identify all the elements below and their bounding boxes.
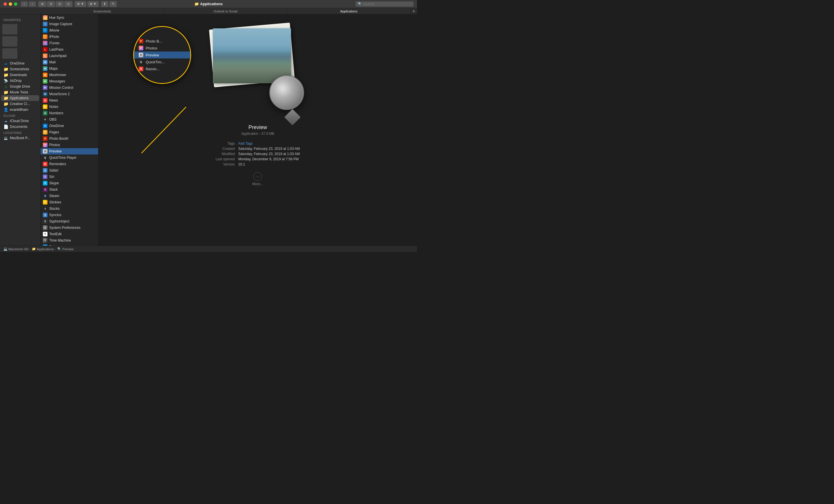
file-item[interactable]: OOneDrive <box>41 123 98 129</box>
file-icon: R <box>43 162 47 166</box>
preview-column: PPhoto B...PPhotosPPreviewQQuickTim...RR… <box>98 15 417 246</box>
column-view-button[interactable]: ⊟ <box>56 1 64 7</box>
file-item[interactable]: MMessages <box>41 78 98 85</box>
edit-button[interactable]: ✎ <box>109 1 117 7</box>
sidebar-item-macbook[interactable]: 💻 MacBook P... <box>1 135 39 141</box>
forward-button[interactable]: › <box>29 1 36 7</box>
tab-outlook-to-gmail[interactable]: Outlook to Gmail <box>164 8 287 14</box>
file-item[interactable]: IImage Capture <box>41 21 98 27</box>
file-item[interactable]: MMail <box>41 59 98 65</box>
zoom-popup-item[interactable]: RRemin... <box>134 65 190 72</box>
file-icon: S <box>43 200 47 205</box>
file-item[interactable]: QQuickTime Player <box>41 155 98 161</box>
file-item[interactable]: SSystem Preferences <box>41 225 98 231</box>
sidebar-item-onedrive[interactable]: ☁ OneDrive <box>1 61 39 66</box>
sidebar-item-evankillham[interactable]: 👤 evankillham <box>1 107 39 113</box>
file-item[interactable]: MMuseScore 2 <box>41 91 98 97</box>
path-item-macintosh-hd[interactable]: 💻 Macintosh HD <box>3 247 28 251</box>
file-item[interactable]: PPhoto Booth <box>41 135 98 142</box>
created-value: Saturday, February 23, 2019 at 1:03 AM <box>238 147 300 151</box>
view-options-button[interactable]: ⊞ ▼ <box>87 1 99 7</box>
sidebar-item-applications[interactable]: 📁 Applications <box>1 95 39 101</box>
file-item[interactable]: SSiri <box>41 174 98 180</box>
file-icon: M <box>43 92 47 96</box>
sidebar-item-documents[interactable]: 📄 Documents <box>1 124 39 130</box>
zoom-popup-item[interactable]: PPhoto B... <box>134 38 190 45</box>
airdrop-icon: 📡 <box>3 78 8 83</box>
file-name: iTunes <box>49 41 96 45</box>
file-item[interactable]: RReminders <box>41 161 98 167</box>
file-item[interactable]: LLastPass <box>41 46 98 53</box>
file-item[interactable]: SSkype <box>41 180 98 186</box>
file-name: Syncios <box>49 213 96 217</box>
back-button[interactable]: ‹ <box>21 1 28 7</box>
zoom-popup-content: PPhoto B...PPhotosPPreviewQQuickTim...RR… <box>134 27 190 83</box>
thumbnail-1 <box>2 24 17 35</box>
sidebar-item-icloud-drive[interactable]: ☁ iCloud Drive <box>1 118 39 124</box>
sidebar-item-googledrive[interactable]: △ Google Drive <box>1 84 39 89</box>
list-view-button[interactable]: ☰ <box>47 1 55 7</box>
file-item[interactable]: iiMovie <box>41 27 98 33</box>
tab-screenshots[interactable]: Screenshots <box>41 8 164 14</box>
file-icon: O <box>43 123 47 128</box>
file-item[interactable]: NNotes <box>41 104 98 110</box>
sidebar-item-airdrop[interactable]: 📡 AirDrop <box>1 78 39 84</box>
file-item[interactable]: NNews <box>41 97 98 104</box>
sidebar-item-screenshots[interactable]: 📁 Screenshots <box>1 66 39 72</box>
sidebar-label-creativecl: Creative Cl... <box>10 102 30 106</box>
icon-view-button[interactable]: ⊞ <box>38 1 46 7</box>
magnifier-inner <box>270 76 303 109</box>
file-icon: S <box>43 193 47 198</box>
tags-value[interactable]: Add Tags <box>238 141 300 145</box>
downloads-folder-icon: 📁 <box>3 73 8 77</box>
file-item[interactable]: MMaps <box>41 65 98 72</box>
file-item[interactable]: TTextEdit <box>41 231 98 237</box>
file-item[interactable]: LLaunchpad <box>41 53 98 59</box>
content-area: HHue SyncIImage CaptureiiMovieiiPhotoiiT… <box>41 15 417 246</box>
file-item[interactable]: iiPhoto <box>41 33 98 40</box>
maximize-button[interactable] <box>14 2 17 6</box>
sidebar-item-downloads[interactable]: 📁 Downloads <box>1 72 39 78</box>
tab-applications[interactable]: Applications <box>287 8 411 14</box>
file-item[interactable]: PPages <box>41 129 98 135</box>
file-item[interactable]: NNumbers <box>41 110 98 116</box>
file-item[interactable]: TTwitter <box>41 244 98 246</box>
hd-path-label: Macintosh HD <box>8 247 28 251</box>
zoom-popup-item[interactable]: PPhotos <box>134 45 190 51</box>
file-icon: S <box>43 206 47 211</box>
file-item[interactable]: SSyncios <box>41 212 98 218</box>
sidebar-item-creativecl[interactable]: 📁 Creative Cl... <box>1 101 39 107</box>
thumbnails-area <box>0 22 40 61</box>
add-tab-button[interactable]: + <box>411 8 417 14</box>
file-item[interactable]: SSafari <box>41 167 98 174</box>
file-item[interactable]: SSlack <box>41 186 98 193</box>
path-item-applications[interactable]: 📁 Applications <box>32 247 54 251</box>
search-bar[interactable]: 🔍 <box>356 1 414 7</box>
last-opened-value: Monday, December 9, 2019 at 7:58 PM <box>238 157 300 161</box>
file-item[interactable]: PPreview <box>41 148 98 155</box>
file-item[interactable]: SSyphonInject <box>41 218 98 225</box>
gallery-view-button[interactable]: ⊡ <box>64 1 72 7</box>
file-item[interactable]: MMission Control <box>41 85 98 91</box>
zoom-popup-item[interactable]: QQuickTim... <box>134 59 190 65</box>
share-button[interactable]: ⬆ <box>101 1 108 7</box>
more-button[interactable]: ··· More... <box>104 172 411 186</box>
file-item[interactable]: SStickies <box>41 199 98 205</box>
sidebar-label-documents: Documents <box>10 125 27 129</box>
file-item[interactable]: SSteam <box>41 193 98 199</box>
file-item[interactable]: OOBS <box>41 116 98 123</box>
action-menu-button[interactable]: ⚙ ▼ <box>75 1 86 7</box>
minimize-button[interactable] <box>9 2 12 6</box>
file-item[interactable]: TTime Machine <box>41 237 98 244</box>
tags-label: Tags <box>216 141 235 145</box>
path-item-preview[interactable]: 🔍 Preview <box>57 247 73 251</box>
file-item[interactable]: PPhotos <box>41 142 98 148</box>
file-item[interactable]: SStocks <box>41 205 98 212</box>
search-input[interactable] <box>363 2 411 6</box>
file-item[interactable]: iiTunes <box>41 40 98 46</box>
file-item[interactable]: MMeshmixer <box>41 72 98 78</box>
close-button[interactable] <box>3 2 7 6</box>
sidebar-item-movietools[interactable]: 📁 Movie Tools <box>1 89 39 95</box>
zoom-popup-item[interactable]: PPreview <box>134 51 190 59</box>
file-item[interactable]: HHue Sync <box>41 15 98 21</box>
